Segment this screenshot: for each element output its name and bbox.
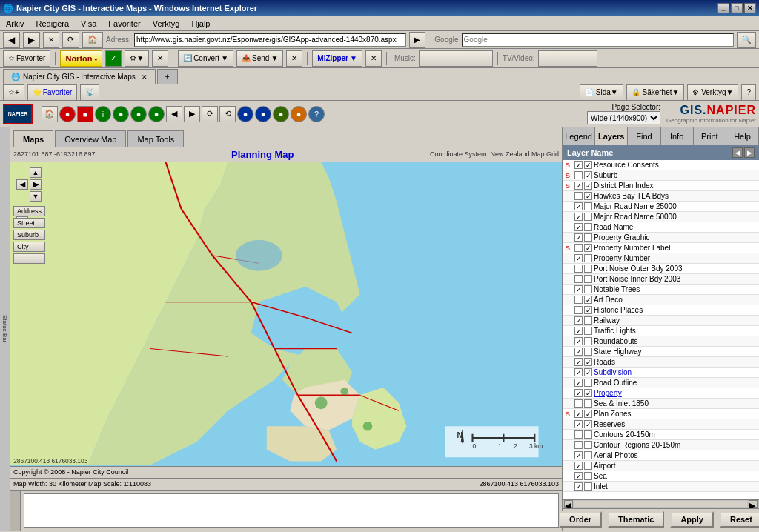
layer-checkbox-1[interactable]	[574, 275, 583, 283]
layer-checkbox-2[interactable]	[584, 368, 592, 376]
stop-button[interactable]: ✕	[43, 32, 59, 48]
scroll-left-btn[interactable]: ◀	[564, 500, 573, 508]
tool-refresh1[interactable]: ⟳	[202, 106, 218, 122]
tool-home[interactable]: 🏠	[42, 106, 58, 122]
layer-checkbox-2[interactable]	[584, 337, 592, 345]
norton-button[interactable]: Norton -	[60, 50, 102, 67]
rss-button[interactable]: 📡	[80, 84, 99, 101]
layer-checkbox-1[interactable]	[574, 192, 583, 200]
layer-checkbox-2[interactable]	[584, 296, 592, 304]
menu-hjalp[interactable]: Hjälp	[188, 18, 213, 30]
search-go-button[interactable]: 🔍	[737, 32, 756, 48]
layer-checkbox-2[interactable]	[584, 327, 592, 335]
tab-close-icon[interactable]: ✕	[142, 73, 148, 81]
convert-button[interactable]: 🔄 Convert ▼	[178, 50, 233, 67]
layer-checkbox-2[interactable]	[584, 389, 592, 397]
address-search-button[interactable]: Address	[13, 206, 45, 216]
layer-checkbox-1[interactable]	[574, 482, 583, 491]
layer-checkbox-2[interactable]	[584, 462, 592, 470]
page-selector-dropdown[interactable]: Wide (1440x900)	[587, 111, 660, 124]
tool-circle7[interactable]: ●	[273, 106, 289, 122]
layer-checkbox-2[interactable]	[584, 410, 592, 418]
layer-checkbox-1[interactable]	[574, 182, 583, 190]
layer-checkbox-1[interactable]	[574, 265, 583, 273]
tool-info[interactable]: i	[95, 106, 111, 122]
menu-verktyg[interactable]: Verktyg	[150, 18, 183, 30]
tool-arrow-left[interactable]: ◀	[166, 106, 182, 122]
layer-checkbox-2[interactable]	[584, 306, 592, 314]
layer-checkbox-2[interactable]	[584, 254, 592, 262]
safety-button[interactable]: 🔒 Säkerhet▼	[626, 84, 685, 101]
layer-checkbox-1[interactable]	[574, 244, 583, 252]
zoom-minus-button[interactable]: -	[13, 253, 45, 264]
map-tab-maps[interactable]: Maps	[13, 130, 53, 147]
add-favorites-button[interactable]: ☆+	[3, 84, 24, 101]
layer-checkbox-2[interactable]	[584, 348, 592, 356]
tool-circle4[interactable]: ●	[148, 106, 165, 122]
layer-checkbox-2[interactable]	[584, 244, 592, 252]
forward-button[interactable]: ▶	[23, 32, 40, 48]
tool-circle1[interactable]: ●	[59, 106, 76, 122]
favorites-btn[interactable]: ☆ Favoriter	[3, 50, 50, 67]
layer-checkbox-2[interactable]	[584, 379, 592, 387]
pan-down-button[interactable]: ▼	[30, 191, 42, 202]
norton-close-button[interactable]: ✕	[152, 50, 168, 67]
layer-name-text[interactable]: Subdivision	[594, 368, 756, 376]
go-button[interactable]: ▶	[409, 32, 425, 48]
tool-stop[interactable]: ■	[77, 106, 93, 122]
layer-checkbox-2[interactable]	[584, 430, 592, 439]
layer-checkbox-2[interactable]	[584, 420, 592, 428]
map-tab-overview[interactable]: Overview Map	[55, 130, 126, 147]
tool-refresh2[interactable]: ⟲	[219, 106, 236, 122]
layer-checkbox-2[interactable]	[584, 285, 592, 293]
layer-checkbox-1[interactable]	[574, 316, 583, 325]
layer-checkbox-1[interactable]	[574, 441, 583, 449]
maximize-button[interactable]: □	[731, 3, 743, 13]
tool-arrow-right[interactable]: ▶	[184, 106, 200, 122]
menu-redigera[interactable]: Redigera	[33, 18, 72, 30]
mizipper-button[interactable]: MiZipper ▼	[312, 50, 362, 67]
refresh-button[interactable]: ⟳	[62, 32, 79, 48]
city-search-button[interactable]: City	[13, 242, 45, 252]
menu-visa[interactable]: Visa	[78, 18, 99, 30]
tool-circle5[interactable]: ●	[237, 106, 253, 122]
tab-help[interactable]: Help	[726, 127, 759, 145]
layer-checkbox-1[interactable]	[574, 420, 583, 428]
toolbar-close2-button[interactable]: ✕	[365, 50, 382, 67]
norton-check-button[interactable]: ✓	[105, 50, 122, 67]
layer-checkbox-1[interactable]	[574, 233, 583, 242]
suburb-search-button[interactable]: Suburb	[13, 230, 45, 240]
layer-checkbox-1[interactable]	[574, 451, 583, 459]
layer-checkbox-1[interactable]	[574, 368, 583, 376]
tv-button[interactable]	[538, 50, 597, 67]
send-button[interactable]: 📤 Send ▼	[236, 50, 283, 67]
layer-checkbox-1[interactable]	[574, 306, 583, 314]
tool-circle3[interactable]: ●	[130, 106, 147, 122]
layer-checkbox-2[interactable]	[584, 182, 592, 190]
layer-checkbox-2[interactable]	[584, 171, 592, 179]
order-button[interactable]: Order	[559, 511, 602, 528]
scroll-right-btn[interactable]: ▶	[749, 500, 758, 508]
pan-left-button[interactable]: ◀	[16, 179, 28, 190]
tool-circle6[interactable]: ●	[255, 106, 271, 122]
layer-checkbox-2[interactable]	[584, 482, 592, 491]
tool-circle2[interactable]: ●	[113, 106, 129, 122]
help-ie-button[interactable]: ?	[741, 84, 756, 101]
h-scroll-bar[interactable]: ◀ ▶	[563, 499, 759, 508]
pan-right-button[interactable]: ▶	[30, 179, 42, 190]
layer-checkbox-2[interactable]	[584, 192, 592, 200]
tab-find[interactable]: Find	[628, 127, 660, 145]
norton-settings-button[interactable]: ⚙▼	[125, 50, 149, 67]
tab-legend[interactable]: Legend	[563, 127, 595, 145]
layer-checkbox-1[interactable]	[574, 254, 583, 262]
tab-print[interactable]: Print	[694, 127, 726, 145]
menu-favoriter[interactable]: Favoriter	[105, 18, 143, 30]
map-tab-tools[interactable]: Map Tools	[127, 130, 184, 147]
address-input[interactable]	[134, 33, 406, 47]
tools-button[interactable]: ⚙ Verktyg▼	[687, 84, 738, 101]
layer-checkbox-2[interactable]	[584, 275, 592, 283]
layer-checkbox-1[interactable]	[574, 389, 583, 397]
layer-checkbox-1[interactable]	[574, 337, 583, 345]
layer-checkbox-1[interactable]	[574, 296, 583, 304]
search-input[interactable]	[462, 33, 734, 47]
